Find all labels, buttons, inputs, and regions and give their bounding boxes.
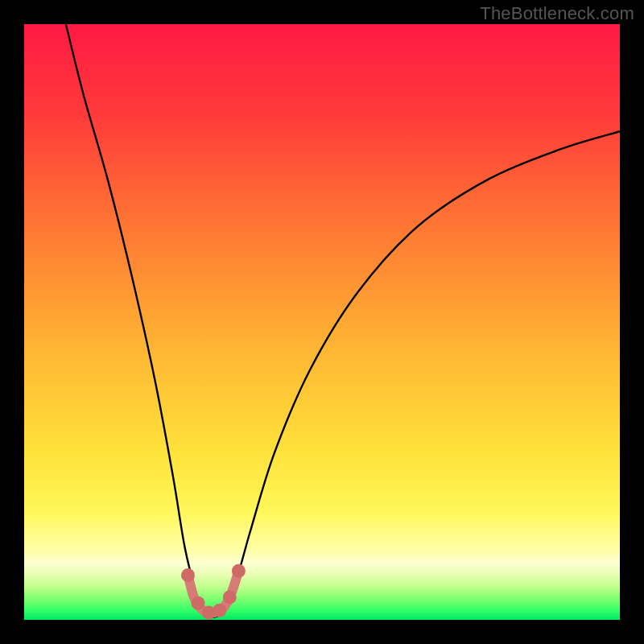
plot-area xyxy=(24,24,620,620)
curve-layer xyxy=(24,24,620,620)
marker-dot xyxy=(213,604,226,617)
marker-dot xyxy=(181,568,195,582)
watermark: TheBottleneck.com xyxy=(480,3,634,24)
marker-dot xyxy=(192,597,205,610)
marker-dot xyxy=(232,564,246,578)
chart-frame: TheBottleneck.com xyxy=(0,0,644,644)
marker-dot xyxy=(223,590,237,604)
bottleneck-curve xyxy=(66,24,620,617)
